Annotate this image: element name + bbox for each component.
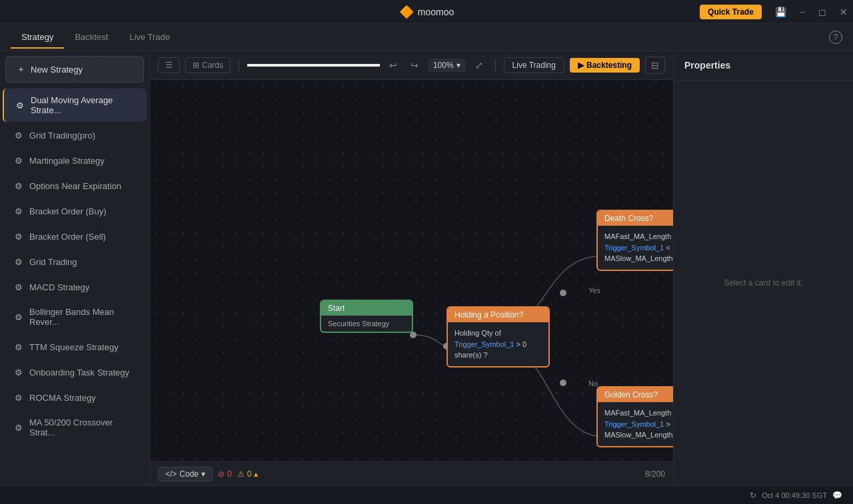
status-datetime: Oct 4 00:49:30 SGT	[762, 491, 827, 499]
live-trading-button[interactable]: Live Trading	[504, 57, 564, 73]
sidebar-item-onboarding[interactable]: ⚙ Onboarding Task Strategy	[3, 360, 147, 384]
svg-point-3	[560, 379, 566, 386]
toolbar-separator-2	[495, 59, 496, 72]
sidebar: ＋ New Strategy ⚙ Dual Moving Average Str…	[0, 51, 150, 485]
holding-node-header: Holding a Position?	[448, 308, 548, 322]
quick-trade-button[interactable]: Quick Trade	[700, 5, 762, 19]
strategy-icon: ⚙	[13, 206, 24, 216]
sidebar-item-bollinger[interactable]: ⚙ Bollinger Bands Mean Rever...	[3, 300, 147, 334]
holding-node-body: Holding Qty of Trigger_Symbol_1 > 0 shar…	[448, 322, 548, 366]
sidebar-item-bracket-sell[interactable]: ⚙ Bracket Order (Sell)	[3, 224, 147, 248]
bottom-bar: </> Code ▾ ⊘ 0 ⚠ 0 ▴ 8/200	[150, 461, 673, 485]
chevron-down-icon: ▾	[201, 469, 205, 479]
strategy-icon: ⚙	[13, 282, 24, 292]
app-logo: 🔶 moomoo	[399, 5, 454, 19]
sidebar-item-macd[interactable]: ⚙ MACD Strategy	[3, 275, 147, 299]
chat-icon: 💬	[832, 491, 842, 500]
death-cross-body: MAFast_MA_Length (1D) of Trigger_Symbol_…	[598, 226, 673, 270]
zoom-control[interactable]: 100% ▾	[428, 59, 466, 72]
plus-icon: ＋	[17, 63, 25, 75]
titlebar: 🔶 moomoo Quick Trade 💾 − ◻ ✕	[0, 0, 853, 24]
toolbar-separator-1	[239, 59, 239, 72]
strategy-icon: ⚙	[13, 422, 24, 433]
death-cross-header: Death Cross?	[598, 211, 673, 226]
connections-svg	[150, 80, 673, 461]
warning-badge: ⚠ 0 ▴	[237, 469, 259, 479]
error-badge: ⊘ 0	[218, 469, 232, 479]
tab-strategy[interactable]: Strategy	[11, 27, 64, 49]
restore-button[interactable]: ◻	[813, 4, 832, 20]
svg-point-0	[410, 332, 417, 338]
play-icon: ▶	[578, 61, 584, 70]
sidebar-item-ma50[interactable]: ⚙ MA 50/200 Crossover Strat...	[3, 411, 147, 444]
refresh-icon: ↻	[750, 491, 756, 500]
strategy-icon: ⚙	[13, 130, 24, 140]
golden-cross-header: Golden Cross?	[598, 387, 673, 402]
strategy-icon: ⚙	[15, 100, 25, 111]
start-node-body: Securities Strategy	[321, 316, 412, 332]
strategy-icon: ⚙	[13, 392, 24, 403]
no-label-bottom: No	[588, 379, 598, 387]
strategy-icon: ⚙	[13, 367, 24, 378]
chevron-down-icon: ▾	[456, 61, 460, 70]
close-button[interactable]: ✕	[834, 4, 853, 20]
help-button[interactable]: ?	[829, 31, 842, 44]
holding-node[interactable]: Holding a Position? Holding Qty of Trigg…	[446, 306, 550, 368]
code-icon: </>	[165, 469, 177, 479]
backtesting-button[interactable]: ▶ Backtesting	[570, 58, 640, 73]
tabbar: Strategy Backtest Live Trade ?	[0, 24, 853, 51]
warning-icon: ⚠	[237, 469, 245, 479]
flow-canvas[interactable]: Yes No Yes Yes Start Securities Strategy…	[150, 80, 673, 461]
properties-empty-state: Select a card to edit it.	[674, 81, 853, 485]
redo-button[interactable]: ↪	[407, 57, 423, 73]
strategy-icon: ⚙	[13, 342, 24, 352]
error-icon: ⊘	[218, 469, 225, 479]
sidebar-item-martingale[interactable]: ⚙ Martingale Strategy	[3, 148, 147, 172]
sidebar-item-bracket-buy[interactable]: ⚙ Bracket Order (Buy)	[3, 199, 147, 223]
strategy-icon: ⚙	[13, 256, 24, 267]
properties-panel: Properties Select a card to edit it.	[673, 51, 853, 485]
golden-cross-node[interactable]: Golden Cross? MAFast_MA_Length (1D) of T…	[596, 386, 673, 447]
strategy-icon: ⚙	[13, 231, 24, 242]
strategy-icon: ⚙	[13, 312, 24, 322]
canvas-toolbar: ☰ ⊞ Cards ↩ ↪ 100% ▾ ⤢ Live Trading ▶ Ba…	[150, 51, 673, 80]
grid-view-button[interactable]: ⊟	[645, 57, 665, 74]
undo-button[interactable]: ↩	[385, 57, 401, 73]
titlebar-actions: Quick Trade 💾 − ◻ ✕	[700, 0, 853, 23]
sidebar-item-grid-trading[interactable]: ⚙ Grid Trading	[3, 250, 147, 274]
tab-backtest[interactable]: Backtest	[64, 27, 119, 49]
strategy-icon: ⚙	[13, 155, 24, 166]
minimize-button[interactable]: −	[794, 4, 810, 20]
code-button[interactable]: </> Code ▾	[158, 467, 213, 481]
sidebar-item-rocma[interactable]: ⚙ ROCMA Strategy	[3, 385, 147, 409]
sidebar-item-ttm[interactable]: ⚙ TTM Squeeze Strategy	[3, 335, 147, 359]
strategy-icon: ⚙	[13, 180, 24, 191]
death-cross-node[interactable]: Death Cross? MAFast_MA_Length (1D) of Tr…	[596, 210, 673, 271]
yes-label-top: Yes	[588, 286, 600, 294]
start-node[interactable]: Start Securities Strategy	[320, 300, 413, 333]
start-node-header: Start	[321, 301, 412, 316]
properties-title: Properties	[674, 51, 853, 81]
layout-view-button[interactable]: ☰	[158, 57, 180, 73]
main-layout: ＋ New Strategy ⚙ Dual Moving Average Str…	[0, 51, 853, 485]
expand-icon: ▴	[254, 469, 258, 479]
svg-point-2	[560, 290, 566, 296]
golden-cross-body: MAFast_MA_Length (1D) of Trigger_Symbol_…	[598, 402, 673, 446]
sidebar-item-grid-pro[interactable]: ⚙ Grid Trading(pro)	[3, 123, 147, 147]
tab-live-trade[interactable]: Live Trade	[119, 27, 181, 49]
statusbar: ↻ Oct 4 00:49:30 SGT 💬	[0, 485, 853, 504]
sidebar-item-dual-moving[interactable]: ⚙ Dual Moving Average Strate...	[3, 89, 147, 122]
sidebar-item-options-near[interactable]: ⚙ Options Near Expiration	[3, 174, 147, 198]
spacer	[247, 64, 380, 67]
canvas-area: ☰ ⊞ Cards ↩ ↪ 100% ▾ ⤢ Live Trading ▶ Ba…	[150, 51, 673, 485]
share-icon-button[interactable]: 💾	[770, 4, 792, 20]
layout-icon: ☰	[165, 61, 173, 70]
page-count: 8/200	[645, 469, 665, 479]
cards-view-button[interactable]: ⊞ Cards	[185, 57, 231, 73]
cards-icon: ⊞	[193, 61, 199, 70]
new-strategy-button[interactable]: ＋ New Strategy	[5, 56, 144, 83]
logo-icon: 🔶	[399, 5, 414, 19]
app-name: moomoo	[418, 7, 454, 17]
fullscreen-button[interactable]: ⤢	[471, 57, 487, 73]
